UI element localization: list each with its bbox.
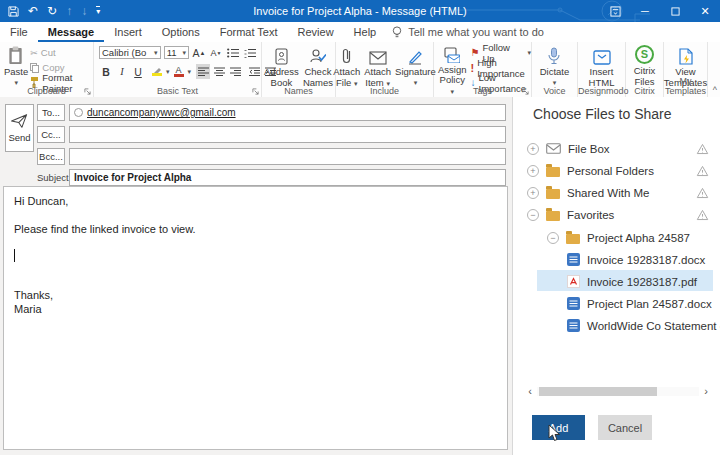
collapse-icon[interactable]: − (547, 232, 559, 244)
tab-format-text[interactable]: Format Text (210, 22, 288, 42)
tree-item-invoice-pdf[interactable]: Invoice 19283187.pdf (567, 271, 713, 292)
clipboard-dialog-launcher-icon[interactable] (84, 88, 91, 95)
underline-button[interactable]: U (131, 64, 145, 79)
horizontal-scrollbar[interactable]: ‹ › (523, 385, 713, 397)
tree-item-favorites[interactable]: − Favorites (527, 204, 709, 225)
paste-icon (8, 45, 24, 65)
warning-icon (696, 209, 709, 221)
tree-item-project-plan-docx[interactable]: Project Plan 24587.docx (567, 293, 713, 314)
word-doc-icon (567, 297, 580, 310)
tell-me-box[interactable]: Tell me what you want to do (392, 26, 544, 39)
highlight-dropdown-icon[interactable]: ▾ (166, 68, 170, 76)
warning-icon (696, 187, 709, 199)
font-name-select[interactable]: Calibri (Bo▾ (99, 46, 161, 59)
decrease-indent-button[interactable] (247, 64, 261, 79)
tree-item-file-box[interactable]: + File Box (527, 138, 709, 159)
tab-message[interactable]: Message (38, 22, 104, 42)
high-importance-icon: ! (471, 62, 475, 74)
bullets-button[interactable] (226, 45, 240, 60)
maximize-button[interactable] (660, 0, 690, 22)
basic-text-dialog-launcher-icon[interactable] (252, 88, 259, 95)
outlook-message-window: ↶ ↻ ↑ ↓ ▾ Invoice for Project Alpha - Me… (0, 0, 720, 455)
microphone-icon (548, 45, 560, 65)
folder-icon (546, 211, 560, 221)
numbering-button[interactable] (243, 45, 257, 60)
italic-button[interactable]: I (115, 64, 129, 79)
tree-item-statement-of-work[interactable]: WorldWide Co Statement of Work (567, 315, 717, 336)
address-book-icon (274, 45, 289, 65)
folder-icon (546, 167, 560, 177)
highlight-button[interactable] (150, 64, 164, 79)
bcc-field[interactable] (69, 148, 506, 165)
envelope-icon (369, 45, 387, 65)
subject-field[interactable]: Invoice for Project Alpha (69, 169, 506, 186)
ribbon: Paste ▾ ✂ Cut Copy Form (0, 42, 720, 98)
tell-me-label: Tell me what you want to do (408, 26, 544, 38)
group-designmodo: Insert HTML Designmodo (578, 42, 626, 97)
close-button[interactable]: ✕ (690, 0, 720, 22)
warning-icon (696, 165, 709, 177)
collapse-ribbon-area: ^ (708, 42, 720, 97)
send-button[interactable]: Send (5, 104, 34, 152)
cc-field[interactable] (69, 126, 506, 143)
font-color-button[interactable]: A (172, 64, 186, 79)
subject-label: Subject (37, 170, 69, 185)
cc-button[interactable]: Cc... (37, 126, 65, 143)
tags-dialog-launcher-icon[interactable] (522, 88, 529, 95)
folder-icon (566, 234, 580, 244)
compose-area: Send To... duncancompanywwc@gmail.com Cc… (0, 97, 512, 455)
message-body[interactable]: Hi Duncan, Please find the linked invoic… (3, 186, 508, 450)
bcc-button[interactable]: Bcc... (37, 148, 65, 165)
to-button[interactable]: To... (37, 104, 65, 121)
bold-button[interactable]: B (99, 64, 113, 79)
collapse-ribbon-icon[interactable]: ^ (713, 85, 717, 95)
view-templates-icon (679, 45, 693, 65)
tree-item-personal-folders[interactable]: + Personal Folders (527, 160, 709, 181)
align-center-button[interactable] (212, 64, 226, 79)
scroll-left-icon[interactable]: ‹ (523, 385, 537, 397)
minimize-button[interactable]: ─ (630, 0, 660, 22)
group-tags: Assign Policy ▾ ⚑ Follow Up ▾ ! High Imp… (434, 42, 532, 97)
ribbon-display-options-icon[interactable] (600, 0, 630, 22)
word-doc-icon (567, 319, 580, 332)
subject-value: Invoice for Project Alpha (74, 172, 191, 183)
tab-review[interactable]: Review (288, 22, 344, 42)
tab-insert[interactable]: Insert (104, 22, 152, 42)
tab-file[interactable]: File (0, 22, 38, 42)
align-right-button[interactable] (228, 64, 242, 79)
expand-icon[interactable]: + (527, 143, 539, 155)
body-line1: Please find the linked invoice to view. (14, 223, 196, 235)
tab-help[interactable]: Help (344, 22, 387, 42)
group-basic-text: Calibri (Bo▾ 11▾ A▲ A▼ B I U (94, 42, 262, 97)
align-left-button[interactable] (196, 64, 210, 79)
paperclip-icon (341, 45, 353, 65)
expand-icon[interactable]: + (527, 165, 539, 177)
recipient-address[interactable]: duncancompanywwc@gmail.com (87, 107, 236, 118)
expand-icon[interactable]: + (527, 187, 539, 199)
tree-item-project-alpha-folder[interactable]: − Project Alpha 24587 (547, 227, 709, 248)
citrix-files-icon: S (635, 45, 654, 64)
font-color-dropdown-icon[interactable]: ▾ (188, 68, 192, 76)
ribbon-tab-row: File Message Insert Options Format Text … (0, 22, 720, 42)
text-caret (14, 249, 15, 262)
group-include: Attach File ▾ Attach Item ▾ Signature ▾ … (336, 42, 434, 97)
scrollbar-thumb[interactable] (539, 387, 657, 396)
folder-icon (546, 189, 560, 199)
cut-icon: ✂ (30, 48, 38, 58)
choose-files-pane: Choose Files to Share + File Box + Perso… (512, 97, 720, 455)
shrink-font-button[interactable]: A▼ (209, 45, 223, 60)
grow-font-button[interactable]: A▲ (192, 45, 206, 60)
scroll-right-icon[interactable]: › (699, 385, 713, 397)
scrollbar-track[interactable] (537, 387, 699, 396)
font-size-select[interactable]: 11▾ (164, 46, 189, 59)
collapse-icon[interactable]: − (527, 209, 539, 221)
to-field[interactable]: duncancompanywwc@gmail.com (69, 104, 506, 121)
tree-item-invoice-docx[interactable]: Invoice 19283187.docx (567, 249, 713, 270)
cut-button: ✂ Cut (30, 46, 93, 59)
send-plane-icon (10, 113, 29, 129)
group-voice: Dictate ▾ Voice (532, 42, 578, 97)
tab-options[interactable]: Options (152, 22, 210, 42)
cancel-button[interactable]: Cancel (598, 415, 652, 440)
tree-item-shared-with-me[interactable]: + Shared With Me (527, 182, 709, 203)
add-button[interactable]: Add (532, 415, 585, 440)
